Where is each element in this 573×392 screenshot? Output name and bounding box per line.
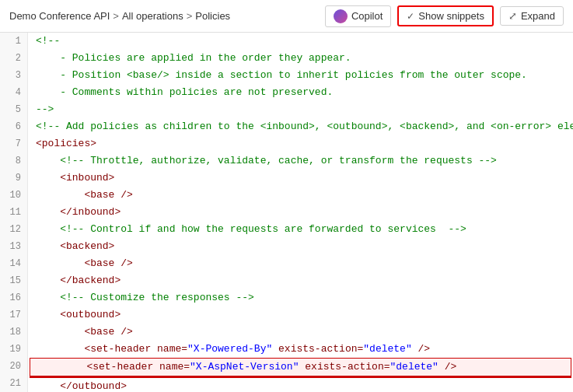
code-line: <set-header name="X-Powered-By" exists-a… bbox=[28, 341, 573, 358]
line-number: 3 bbox=[0, 67, 27, 84]
show-snippets-label: Show snippets bbox=[418, 10, 484, 22]
code-editor: 1234567891011121314151617181920212223242… bbox=[0, 33, 573, 392]
line-number: 1 bbox=[0, 33, 27, 50]
line-number: 5 bbox=[0, 101, 27, 118]
code-line: </inbound> bbox=[28, 204, 573, 221]
code-line: <!-- Add policies as children to the <in… bbox=[28, 118, 573, 135]
line-number: 10 bbox=[0, 187, 27, 204]
code-content[interactable]: <!-- - Policies are applied in the order… bbox=[28, 33, 573, 392]
code-line: <inbound> bbox=[28, 170, 573, 187]
breadcrumb-part2: All operations bbox=[122, 10, 183, 22]
breadcrumb: Demo Conference API > All operations > P… bbox=[9, 10, 230, 22]
show-snippets-button[interactable]: ✓ Show snippets bbox=[397, 5, 494, 26]
line-number: 12 bbox=[0, 221, 27, 238]
line-number: 18 bbox=[0, 324, 27, 341]
line-number: 9 bbox=[0, 170, 27, 187]
line-number: 15 bbox=[0, 272, 27, 289]
breadcrumb-part3: Policies bbox=[195, 10, 230, 22]
line-numbers: 1234567891011121314151617181920212223242… bbox=[0, 33, 28, 392]
code-line: <outbound> bbox=[28, 306, 573, 324]
header-actions: Copilot ✓ Show snippets ⤢ Expand bbox=[325, 5, 564, 27]
line-number: 17 bbox=[0, 306, 27, 324]
code-line: <base /> bbox=[28, 324, 573, 341]
expand-button[interactable]: ⤢ Expand bbox=[500, 6, 564, 26]
line-number: 21 bbox=[0, 375, 27, 392]
expand-label: Expand bbox=[521, 10, 555, 22]
line-number: 20 bbox=[0, 358, 27, 375]
breadcrumb-sep2: > bbox=[187, 10, 193, 22]
expand-icon: ⤢ bbox=[508, 10, 517, 22]
code-line: - Comments within policies are not prese… bbox=[28, 84, 573, 101]
code-line: <base /> bbox=[28, 255, 573, 272]
code-line: - Position <base/> inside a section to i… bbox=[28, 67, 573, 84]
code-line: <!-- bbox=[28, 33, 573, 50]
code-line: --> bbox=[28, 101, 573, 118]
code-line: - Policies are applied in the order they… bbox=[28, 50, 573, 67]
code-line: </backend> bbox=[28, 272, 573, 289]
code-line: <!-- Throttle, authorize, validate, cach… bbox=[28, 152, 573, 170]
code-line: <!-- Control if and how the requests are… bbox=[28, 221, 573, 238]
line-number: 2 bbox=[0, 50, 27, 67]
line-number: 13 bbox=[0, 238, 27, 255]
copilot-icon bbox=[334, 9, 348, 23]
code-line: <!-- Customize the responses --> bbox=[28, 289, 573, 306]
line-number: 14 bbox=[0, 255, 27, 272]
line-number: 8 bbox=[0, 152, 27, 170]
code-line: <backend> bbox=[28, 238, 573, 255]
line-number: 4 bbox=[0, 84, 27, 101]
line-number: 6 bbox=[0, 118, 27, 135]
breadcrumb-sep1: > bbox=[113, 10, 119, 22]
line-number: 7 bbox=[0, 135, 27, 152]
header: Demo Conference API > All operations > P… bbox=[0, 0, 573, 33]
code-line: </outbound> bbox=[28, 378, 573, 392]
code-line: <base /> bbox=[28, 187, 573, 204]
line-number: 19 bbox=[0, 341, 27, 358]
code-line: <policies> bbox=[28, 135, 573, 152]
checkmark-icon: ✓ bbox=[407, 11, 414, 22]
copilot-label: Copilot bbox=[351, 10, 383, 22]
code-line: <set-header name="X-AspNet-Version" exis… bbox=[30, 358, 571, 376]
line-number: 11 bbox=[0, 204, 27, 221]
line-number: 16 bbox=[0, 289, 27, 306]
breadcrumb-part1: Demo Conference API bbox=[9, 10, 110, 22]
copilot-button[interactable]: Copilot bbox=[325, 5, 391, 27]
